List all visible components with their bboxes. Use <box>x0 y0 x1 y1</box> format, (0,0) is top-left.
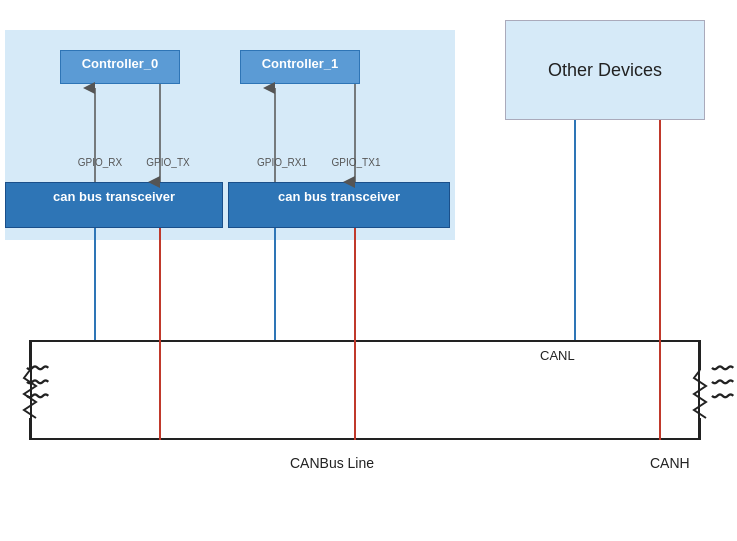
gpio-rx1-label: GPIO_RX1 <box>248 157 316 168</box>
other-devices-label: Other Devices <box>548 60 662 81</box>
resistor-left: ⌇⌇⌇ <box>20 361 53 403</box>
gpio-rx-label: GPIO_RX <box>70 157 130 168</box>
controller-0-label: Controller_0 <box>82 56 159 71</box>
transceiver-0-box: can bus transceiver <box>5 182 223 228</box>
transceiver-1-label: can bus transceiver <box>278 189 400 204</box>
controller-1-label: Controller_1 <box>262 56 339 71</box>
resistor-right: ⌇⌇⌇ <box>705 361 738 403</box>
other-devices-box: Other Devices <box>505 20 705 120</box>
transceiver-1-box: can bus transceiver <box>228 182 450 228</box>
transceiver-0-label: can bus transceiver <box>53 189 175 204</box>
controller-1-box: Controller_1 <box>240 50 360 84</box>
bus-box <box>30 340 700 440</box>
diagram: Other Devices Controller_0 Controller_1 … <box>0 0 737 541</box>
canbus-line-label: CANBus Line <box>290 455 374 471</box>
controller-0-box: Controller_0 <box>60 50 180 84</box>
gpio-tx1-label: GPIO_TX1 <box>322 157 390 168</box>
gpio-tx-label: GPIO_TX <box>138 157 198 168</box>
canl-label: CANL <box>540 348 575 363</box>
canh-label: CANH <box>650 455 690 471</box>
